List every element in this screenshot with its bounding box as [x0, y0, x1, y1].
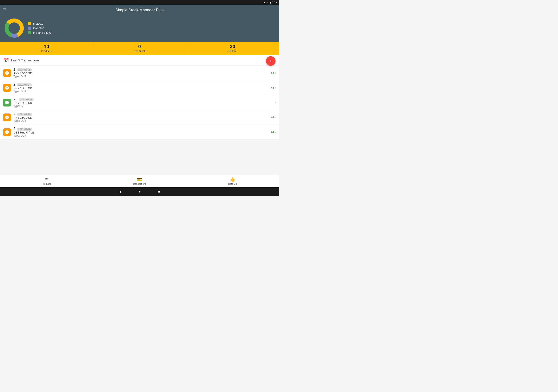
transaction-type: Type: IN	[14, 104, 272, 108]
table-row[interactable]: 2 2021-07-26 PNY 16GB SD Type: OUT +4 ›	[0, 66, 279, 80]
table-row[interactable]: 2 2021-07-29 PNY 16GB SD Type: OUT +4 ›	[0, 110, 279, 125]
clock: 2:29	[272, 1, 277, 4]
stat-lowstock-label: Low Stock	[95, 50, 184, 53]
transaction-extra: +4 ›	[271, 130, 276, 134]
table-row[interactable]: 20 2021-07-28 PNY 16GB SD Type: IN ›	[0, 95, 279, 110]
stats-bar: 10 Products 0 Low Stock 30 Jul, 2021	[0, 42, 279, 55]
transaction-extra: ›	[275, 101, 276, 104]
chevron-right-icon: ›	[275, 130, 276, 134]
transaction-icon-in	[3, 99, 11, 106]
transaction-name: PNY 16GB SD	[14, 101, 272, 104]
signal-icon: ▲▼	[263, 1, 268, 4]
recent-button[interactable]: ■	[158, 190, 160, 193]
transaction-extra: +4 ›	[271, 86, 276, 90]
transaction-list: 2 2021-07-26 PNY 16GB SD Type: OUT +4 › …	[0, 66, 279, 140]
transaction-name: PNY 16GB SD	[14, 86, 268, 90]
transaction-name: USB Hub 4-Port	[14, 131, 268, 134]
transaction-icon-out	[3, 69, 11, 77]
transaction-plus: +4	[271, 86, 274, 89]
transaction-plus: +4	[271, 71, 274, 75]
legend-label-inhand: In Hand 140.0	[33, 31, 51, 34]
transaction-amount: 2	[14, 112, 16, 116]
transactions-section: 📅 Last 5 Transactions + 2 2021-07-26 PNY…	[0, 55, 279, 140]
stat-products-label: Products	[2, 50, 91, 53]
menu-icon[interactable]: ☰	[3, 8, 7, 12]
transaction-info: 2 2021-07-26 USB Hub 4-Port Type: OUT	[14, 127, 268, 137]
transaction-icon-out	[3, 128, 11, 136]
products-nav-icon: ≡	[45, 177, 48, 182]
app-title: Simple Stock Manager Plus	[115, 8, 164, 12]
transaction-name: PNY 16GB SD	[14, 72, 268, 75]
legend-label-out: Out 60.0	[33, 26, 44, 30]
transaction-plus: +4	[271, 130, 274, 134]
table-row[interactable]: 2 2021-07-27 PNY 16GB SD Type: OUT +4 ›	[0, 80, 279, 95]
transaction-date: 2021-07-27	[17, 83, 32, 86]
nav-item-rateus[interactable]: 👍 Rate Us	[186, 175, 279, 187]
transaction-name: PNY 16GB SD	[14, 116, 268, 119]
chevron-right-icon: ›	[275, 86, 276, 90]
svg-point-3	[9, 23, 19, 33]
calendar-icon: 📅	[3, 58, 9, 63]
stat-products[interactable]: 10 Products	[0, 42, 93, 55]
transaction-type: Type: OUT	[14, 75, 268, 78]
transaction-type: Type: OUT	[14, 90, 268, 93]
transaction-amount: 2	[14, 68, 16, 72]
stat-lowstock-number: 0	[95, 44, 184, 49]
legend-out: Out 60.0	[28, 26, 51, 30]
stat-date-number: 30	[188, 44, 277, 49]
home-button[interactable]: ●	[139, 190, 140, 193]
nav-label-rateus: Rate Us	[228, 182, 237, 185]
transaction-date: 2021-07-29	[17, 113, 32, 116]
transaction-type: Type: OUT	[14, 119, 268, 122]
transaction-info: 2 2021-07-27 PNY 16GB SD Type: OUT	[14, 83, 268, 93]
nav-item-products[interactable]: ≡ Products	[0, 176, 93, 187]
table-row[interactable]: 2 2021-07-26 USB Hub 4-Port Type: OUT +4…	[0, 125, 279, 140]
transactions-title: Last 5 Transactions	[11, 58, 39, 62]
transaction-amount: 2	[14, 83, 16, 86]
status-bar: ▲▼ ▮ 2:29	[0, 0, 279, 5]
transaction-date: 2021-07-26	[17, 68, 32, 71]
transactions-header: 📅 Last 5 Transactions +	[0, 55, 279, 66]
donut-chart	[4, 18, 24, 38]
transaction-type: Type: OUT	[14, 134, 268, 137]
stat-products-number: 10	[2, 44, 91, 49]
transaction-icon-out	[3, 113, 11, 121]
back-button[interactable]: ◀	[119, 190, 122, 193]
stat-lowstock[interactable]: 0 Low Stock	[93, 42, 186, 55]
transaction-extra: +4 ›	[271, 115, 276, 119]
transactions-nav-icon: 💳	[137, 177, 142, 182]
legend-color-in	[28, 22, 31, 25]
legend-color-inhand	[28, 31, 31, 34]
legend-in: In 200.0	[28, 22, 51, 25]
add-transaction-button[interactable]: +	[266, 56, 276, 66]
transaction-plus: +4	[271, 116, 274, 119]
chevron-right-icon: ›	[275, 115, 276, 119]
bottom-nav: ≡ Products 💳 Transactions 👍 Rate Us	[0, 174, 279, 187]
chart-legend: In 200.0 Out 60.0 In Hand 140.0	[28, 22, 51, 34]
app-header: ☰ Simple Stock Manager Plus	[0, 5, 279, 15]
transaction-amount: 2	[14, 127, 16, 131]
transaction-extra: +4 ›	[271, 71, 276, 75]
stat-date[interactable]: 30 Jul, 2021	[186, 42, 279, 55]
android-nav-bar: ◀ ● ■	[0, 187, 279, 196]
nav-label-products: Products	[42, 182, 51, 185]
transaction-info: 20 2021-07-28 PNY 16GB SD Type: IN	[14, 97, 272, 108]
legend-inhand: In Hand 140.0	[28, 31, 51, 34]
transaction-icon-out	[3, 84, 11, 92]
legend-color-out	[28, 26, 31, 30]
transaction-date: 2021-07-26	[17, 128, 32, 131]
transaction-date: 2021-07-28	[19, 98, 34, 101]
transaction-amount: 20	[14, 97, 17, 101]
battery-icon: ▮	[270, 1, 271, 4]
transaction-info: 2 2021-07-29 PNY 16GB SD Type: OUT	[14, 112, 268, 122]
stat-date-label: Jul, 2021	[188, 50, 277, 53]
chevron-right-icon: ›	[275, 101, 276, 104]
legend-label-in: In 200.0	[33, 22, 43, 25]
rateus-nav-icon: 👍	[230, 177, 235, 182]
nav-label-transactions: Transactions	[133, 182, 147, 185]
transaction-info: 2 2021-07-26 PNY 16GB SD Type: OUT	[14, 68, 268, 78]
chevron-right-icon: ›	[275, 71, 276, 75]
chart-section: In 200.0 Out 60.0 In Hand 140.0	[0, 15, 279, 42]
nav-item-transactions[interactable]: 💳 Transactions	[93, 175, 186, 187]
